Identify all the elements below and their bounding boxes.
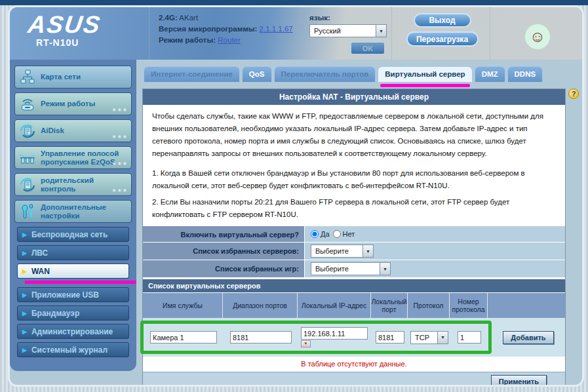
sidebar-item-label: Брандмауэр xyxy=(31,309,79,318)
sidebar-item-ezqos[interactable]: Управление полосой пропускания EzQoS ★★★ xyxy=(14,146,132,169)
table-input-row: ▼ TCP ▼ xyxy=(143,318,565,357)
chevron-down-icon[interactable]: ▼ xyxy=(380,263,390,275)
radio-yes[interactable]: Да xyxy=(311,230,330,238)
sidebar-item-label: ЛВС xyxy=(31,248,48,258)
enable-virtual-server-row: Включить виртуальный сервер? Да Нет xyxy=(143,226,565,243)
avatar-face-icon: ☺ xyxy=(530,28,546,46)
disk-sync-icon xyxy=(18,123,37,140)
radio-no-label: Нет xyxy=(343,230,355,238)
column-header-protocol: Протокол xyxy=(408,293,450,318)
sidebar-item-network-map[interactable]: Карта сети xyxy=(14,66,132,88)
tab-port-trigger[interactable]: Переключатель портов xyxy=(274,66,376,82)
empty-table-message: В таблице отсутствуют данные. xyxy=(143,357,565,372)
brand-logo-text: ASUS xyxy=(26,12,150,37)
apply-button[interactable]: Применить xyxy=(491,375,547,387)
local-port-input[interactable] xyxy=(376,331,404,343)
add-button[interactable]: Добавить xyxy=(503,331,553,344)
chevron-down-icon[interactable]: ▼ xyxy=(437,332,448,343)
tools-icon xyxy=(18,203,37,220)
active-tab-underline xyxy=(380,84,469,87)
radio-no[interactable]: Нет xyxy=(333,230,355,238)
service-name-cell xyxy=(144,331,224,343)
body: Карта сети Режим работы ★★★ AiDisk ★★★ xyxy=(10,60,582,387)
radio-no-input[interactable] xyxy=(333,230,341,238)
note-text-2: 2. Если Вы назначили порты 20:21 для Ваш… xyxy=(143,196,565,226)
header: ASUS RT-N10U 2.4G: AKart Версия микропро… xyxy=(10,7,582,60)
note-text-1: 1. Когда в Вашей сети отключен брандмауэ… xyxy=(143,161,565,196)
sidebar-item-wan[interactable]: ▶ WAN xyxy=(17,264,129,279)
chevron-down-icon[interactable]: ▼ xyxy=(363,245,373,257)
parental-control-icon xyxy=(18,176,37,193)
sidebar-item-label: Режим работы xyxy=(41,100,95,108)
sidebar-item-parental-control[interactable]: родительский контроль ★★★ xyxy=(14,173,132,196)
tab-qos[interactable]: QoS xyxy=(242,66,272,82)
table-header-row: Имя службы Диапазон портов Локальный IP-… xyxy=(143,293,565,318)
sidebar-item-usb-application[interactable]: ▶ Приложение USB xyxy=(17,287,129,302)
language-select[interactable]: Русский ▼ xyxy=(309,24,387,37)
sidebar-item-administration[interactable]: ▶ Администрирование xyxy=(17,324,129,339)
service-name-input[interactable] xyxy=(150,331,217,343)
add-button-cell: Добавить xyxy=(492,331,565,344)
logout-button[interactable]: Выход xyxy=(414,13,471,28)
famous-servers-row: Список избранных серверов: Выберите ▼ xyxy=(143,243,565,260)
firmware-row: Версия микропрограммы: 2.1.1.1.67 xyxy=(159,25,293,33)
header-actions: Выход Перезагрузка xyxy=(391,7,490,60)
sidebar-item-operation-mode[interactable]: Режим работы ★★★ xyxy=(14,92,132,115)
tab-dmz[interactable]: DMZ xyxy=(475,66,505,82)
panel-footer: Применить xyxy=(143,372,565,387)
arrow-right-icon: ▶ xyxy=(22,310,27,317)
protocol-selected-value: TCP xyxy=(411,334,437,342)
ip-dropdown-arrow-icon[interactable]: ▼ xyxy=(301,340,311,347)
sidebar-item-label: WAN xyxy=(31,267,50,276)
firmware-version-link[interactable]: 2.1.1.1.67 xyxy=(260,25,293,33)
protocol-no-cell xyxy=(450,331,488,343)
ok-button[interactable]: OK xyxy=(351,42,385,54)
tab-label: QoS xyxy=(249,70,265,78)
tab-virtual-server[interactable]: Виртуальный сервер xyxy=(378,66,472,82)
tab-internet-connection[interactable]: Интернет-соединение xyxy=(144,66,240,82)
tab-label: Переключатель портов xyxy=(281,70,369,78)
router-icon xyxy=(18,96,37,113)
protocol-select[interactable]: TCP ▼ xyxy=(410,331,448,344)
arrow-right-icon: ▶ xyxy=(22,292,27,298)
column-header-service-name: Имя службы xyxy=(143,293,223,318)
famous-servers-select[interactable]: Выберите ▼ xyxy=(311,245,374,258)
enable-virtual-server-label: Включить виртуальный сервер? xyxy=(143,226,305,242)
sidebar-item-wireless[interactable]: ▶ Беспроводная сеть xyxy=(17,227,129,242)
help-icon[interactable]: ? xyxy=(568,88,579,99)
port-range-input[interactable] xyxy=(230,331,292,343)
column-header-protocol-no: Номер протокола xyxy=(450,293,488,318)
protocol-no-input[interactable] xyxy=(458,331,481,343)
wan-active-underline xyxy=(25,281,136,284)
firmware-label: Версия микропрограммы: xyxy=(159,25,257,33)
sidebar-item-system-log[interactable]: ▶ Системный журнал xyxy=(17,342,129,357)
famous-games-select[interactable]: Выберите ▼ xyxy=(311,262,391,275)
famous-games-row: Список избранных игр: Выберите ▼ xyxy=(143,260,565,278)
asus-logo: ASUS RT-N10U xyxy=(10,7,149,60)
router-admin-window: ASUS RT-N10U 2.4G: AKart Версия микропро… xyxy=(8,5,584,387)
famous-servers-label: Список избранных серверов: xyxy=(143,243,305,260)
reboot-button[interactable]: Перезагрузка xyxy=(406,31,479,47)
arrow-right-icon: ▶ xyxy=(22,347,27,353)
chevron-down-icon[interactable]: ▼ xyxy=(376,25,386,37)
avatar-section: ☺ xyxy=(490,7,582,60)
sidebar-item-lan[interactable]: ▶ ЛВС xyxy=(17,245,129,260)
sidebar-item-label: Дополнительные настройки xyxy=(41,203,128,220)
device-info: 2.4G: AKart Версия микропрограммы: 2.1.1… xyxy=(149,7,300,60)
column-header-actions xyxy=(488,293,565,318)
sidebar-item-firewall[interactable]: ▶ Брандмауэр xyxy=(17,305,129,321)
port-range-cell xyxy=(224,331,298,343)
sidebar-item-advanced-settings[interactable]: Дополнительные настройки xyxy=(14,200,132,223)
model-label: RT-N10U xyxy=(28,37,149,48)
sidebar-item-label: Приложение USB xyxy=(31,290,99,300)
enable-virtual-server-options: Да Нет xyxy=(305,226,565,242)
language-selected-value: Русский xyxy=(310,27,376,35)
sidebar-item-aidisk[interactable]: AiDisk ★★★ xyxy=(14,119,132,142)
tab-ddns[interactable]: DDNS xyxy=(507,66,543,82)
local-ip-cell: ▼ xyxy=(298,327,372,347)
famous-games-selected-value: Выберите xyxy=(311,265,380,273)
operation-mode-link[interactable]: Router xyxy=(218,36,241,44)
local-ip-input[interactable] xyxy=(301,327,368,340)
radio-yes-input[interactable] xyxy=(311,230,319,238)
rating-stars: ★★★ xyxy=(111,161,128,167)
